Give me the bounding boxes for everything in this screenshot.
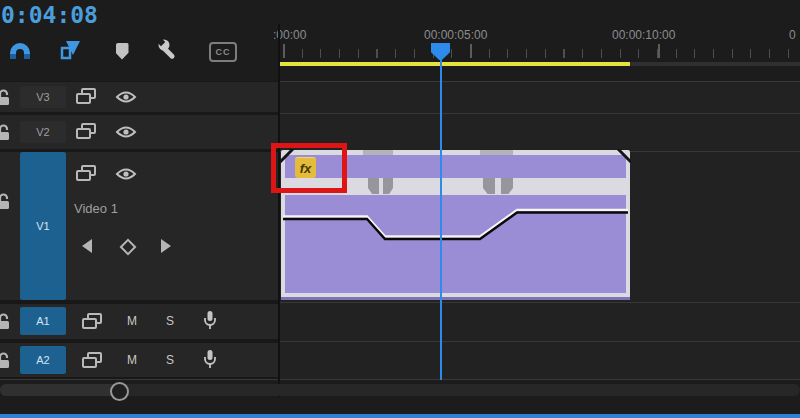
lock-track-icon[interactable] (0, 192, 11, 210)
track-label-v2: V2 (36, 126, 49, 138)
sync-lock-icon[interactable] (76, 88, 98, 105)
work-area-track (630, 62, 800, 66)
eye-icon[interactable] (115, 90, 137, 104)
eye-icon[interactable] (115, 125, 137, 139)
playhead-line[interactable] (440, 60, 442, 380)
next-keyframe-button[interactable] (161, 239, 171, 253)
sync-lock-icon[interactable] (76, 123, 98, 140)
eye-icon[interactable] (115, 167, 137, 181)
target-button-a2[interactable]: A2 (20, 346, 66, 374)
lane-divider (0, 379, 800, 380)
ruler-label-15s: 0 (789, 28, 796, 42)
track-label-a1: A1 (36, 315, 49, 327)
playhead-timecode[interactable]: 0:04:08 (1, 2, 98, 28)
panel-focus-border (0, 414, 800, 418)
wrench-icon (156, 37, 180, 61)
ruler-label-10s: 00:00:10:00 (612, 28, 675, 42)
mute-button-a1[interactable]: M (124, 314, 140, 328)
annotation-highlight-box (271, 143, 347, 193)
header-timeline-divider (278, 24, 280, 397)
timeline-settings-button[interactable] (154, 36, 182, 62)
target-button-v1[interactable]: V1 (20, 152, 66, 300)
target-button-a1[interactable]: A1 (20, 307, 66, 335)
sync-lock-icon[interactable] (82, 313, 104, 330)
lock-track-icon[interactable] (0, 123, 11, 141)
target-button-v3[interactable]: V3 (20, 86, 66, 108)
track-label-v1: V1 (36, 220, 49, 232)
sync-lock-icon[interactable] (82, 352, 104, 369)
ruler-major-tick (470, 44, 472, 58)
ruler-major-tick (283, 44, 285, 58)
track-label-v3: V3 (36, 91, 49, 103)
work-area-bar[interactable] (279, 62, 630, 66)
snap-button[interactable] (6, 37, 34, 63)
horizontal-scrollbar-thumb[interactable] (0, 384, 119, 396)
mute-button-a2[interactable]: M (124, 353, 140, 367)
captions-button[interactable]: CC (209, 39, 237, 65)
track-name-video1: Video 1 (74, 201, 118, 216)
ruler-major-tick (658, 44, 660, 58)
lock-track-icon[interactable] (0, 88, 11, 106)
lock-track-icon[interactable] (0, 351, 11, 369)
linked-selection-button[interactable] (56, 37, 84, 63)
add-marker-button[interactable] (108, 38, 136, 64)
lock-track-icon[interactable] (0, 312, 11, 330)
linked-selection-icon (58, 38, 82, 62)
ruler-minor-ticks (280, 49, 800, 58)
marker-icon (116, 43, 129, 60)
ruler-label-5s: 00:00:05:00 (424, 28, 487, 42)
magnet-icon (10, 43, 30, 58)
captions-label: CC (216, 47, 231, 57)
solo-button-a2[interactable]: S (162, 353, 178, 367)
clip-corner-notch (617, 149, 631, 163)
voiceover-record-icon[interactable] (203, 349, 217, 369)
captions-icon: CC (209, 42, 237, 62)
sync-lock-icon[interactable] (76, 165, 98, 182)
voiceover-record-icon[interactable] (203, 310, 217, 330)
target-button-v2[interactable]: V2 (20, 121, 66, 143)
previous-keyframe-button[interactable] (82, 239, 92, 253)
track-label-a2: A2 (36, 354, 49, 366)
scrollbar-zoom-handle[interactable] (110, 382, 129, 401)
solo-button-a1[interactable]: S (162, 314, 178, 328)
timeline-panel: 0:04:08 CC :00:00 00:00:05:00 00:00:10:0… (0, 0, 800, 418)
